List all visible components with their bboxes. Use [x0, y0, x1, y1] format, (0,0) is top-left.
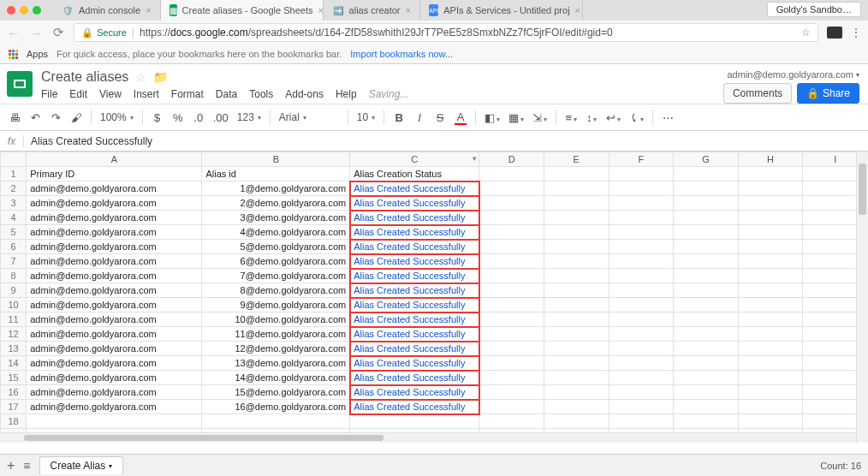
cell[interactable] [609, 356, 674, 371]
percent-icon[interactable]: % [172, 111, 184, 124]
cell[interactable] [479, 196, 544, 211]
menu-tools[interactable]: Tools [249, 88, 273, 100]
cell[interactable] [544, 196, 609, 211]
cell[interactable]: admin@demo.goldyarora.com [27, 269, 202, 283]
cell[interactable] [674, 385, 739, 400]
cell[interactable] [738, 167, 803, 181]
cell[interactable]: admin@demo.goldyarora.com [27, 400, 202, 414]
cell-status[interactable]: Alias Created Successfully [350, 225, 479, 240]
share-button[interactable]: 🔒Share [797, 83, 859, 104]
cell[interactable] [609, 254, 674, 269]
cell[interactable] [674, 211, 739, 225]
currency-icon[interactable]: $ [152, 111, 163, 124]
row-number[interactable]: 11 [1, 312, 27, 327]
cell[interactable] [609, 211, 674, 225]
undo-icon[interactable]: ↶ [29, 111, 41, 124]
row-number[interactable]: 12 [1, 327, 27, 342]
star-doc-icon[interactable]: ☆ [135, 70, 146, 84]
cell[interactable] [479, 211, 544, 225]
cell[interactable]: 3@demo.goldyarora.com [202, 211, 350, 225]
cell[interactable]: 10@demo.goldyarora.com [202, 312, 350, 327]
menu-insert[interactable]: Insert [134, 88, 159, 100]
cell[interactable] [479, 181, 544, 196]
cell[interactable] [674, 225, 739, 240]
cell[interactable]: 6@demo.goldyarora.com [202, 254, 350, 269]
cell[interactable] [544, 312, 609, 327]
cell[interactable] [544, 240, 609, 254]
cell[interactable] [674, 269, 739, 283]
browser-tab[interactable]: ➡️alias creator× [324, 0, 420, 21]
cell[interactable]: 2@demo.goldyarora.com [202, 196, 350, 211]
cell[interactable] [674, 356, 739, 371]
cell[interactable] [544, 181, 609, 196]
cell[interactable] [738, 327, 803, 342]
extension-icon[interactable] [827, 27, 842, 39]
row-number[interactable]: 8 [1, 269, 27, 283]
borders-icon[interactable]: ▦ [508, 111, 524, 124]
print-icon[interactable]: 🖶 [9, 111, 21, 124]
text-color-icon[interactable]: A [455, 110, 467, 125]
cell[interactable] [738, 240, 803, 254]
cell[interactable] [609, 414, 674, 429]
cell[interactable]: admin@demo.goldyarora.com [27, 181, 202, 196]
fill-color-icon[interactable]: ◧ [485, 111, 500, 124]
cell-status[interactable]: Alias Created Successfully [350, 196, 479, 211]
decrease-decimal-icon[interactable]: .0 [193, 111, 205, 124]
cell-status[interactable]: Alias Created Successfully [350, 283, 479, 298]
cell[interactable]: 8@demo.goldyarora.com [202, 283, 350, 298]
column-header-G[interactable]: G [674, 152, 739, 167]
cell[interactable] [738, 371, 803, 385]
cell[interactable] [544, 414, 609, 429]
cell[interactable] [544, 269, 609, 283]
cell[interactable]: Alias Creation Status [350, 167, 479, 181]
cell[interactable] [609, 400, 674, 414]
cell[interactable] [609, 385, 674, 400]
address-bar[interactable]: 🔒 Secure | https://docs.google.com/sprea… [74, 23, 818, 42]
cell[interactable]: 16@demo.goldyarora.com [202, 400, 350, 414]
cell[interactable] [479, 385, 544, 400]
cell[interactable]: admin@demo.goldyarora.com [27, 225, 202, 240]
cell[interactable] [544, 225, 609, 240]
cell[interactable] [674, 327, 739, 342]
cell[interactable] [609, 298, 674, 312]
cell[interactable] [738, 356, 803, 371]
row-number[interactable]: 14 [1, 356, 27, 371]
menu-add-ons[interactable]: Add-ons [285, 88, 324, 100]
cell[interactable] [544, 254, 609, 269]
cell[interactable]: Alias id [202, 167, 350, 181]
row-number[interactable]: 4 [1, 211, 27, 225]
import-bookmarks-link[interactable]: Import bookmarks now... [350, 49, 453, 59]
cell[interactable] [544, 356, 609, 371]
cell[interactable] [479, 414, 544, 429]
cell[interactable] [202, 414, 350, 429]
redo-icon[interactable]: ↷ [50, 111, 62, 124]
cell-status[interactable]: Alias Created Successfully [350, 240, 479, 254]
cell[interactable]: 1@demo.goldyarora.com [202, 181, 350, 196]
cell-status[interactable]: Alias Created Successfully [350, 356, 479, 371]
sheet-tab[interactable]: Create Alias▾ [39, 456, 124, 474]
row-number[interactable]: 5 [1, 225, 27, 240]
forward-icon[interactable]: → [29, 26, 43, 40]
minimize-window-icon[interactable] [20, 6, 28, 15]
cell-status[interactable]: Alias Created Successfully [350, 371, 479, 385]
row-number[interactable]: 6 [1, 240, 27, 254]
cell-status[interactable]: Alias Created Successfully [350, 298, 479, 312]
cell[interactable] [674, 254, 739, 269]
cell[interactable]: 4@demo.goldyarora.com [202, 225, 350, 240]
rotate-icon[interactable]: ⤹ [629, 111, 644, 124]
row-number[interactable]: 17 [1, 400, 27, 414]
cell[interactable] [544, 342, 609, 356]
menu-help[interactable]: Help [336, 88, 357, 100]
row-number[interactable]: 1 [1, 167, 27, 181]
close-tab-icon[interactable]: × [146, 5, 151, 15]
v-align-icon[interactable]: ↕ [586, 111, 597, 124]
cell[interactable] [609, 283, 674, 298]
cell-status[interactable]: Alias Created Successfully [350, 400, 479, 414]
cell[interactable]: admin@demo.goldyarora.com [27, 283, 202, 298]
cell[interactable] [544, 385, 609, 400]
comments-button[interactable]: Comments [723, 83, 792, 104]
cell[interactable]: admin@demo.goldyarora.com [27, 371, 202, 385]
cell[interactable] [674, 167, 739, 181]
cell[interactable] [609, 196, 674, 211]
cell[interactable] [738, 211, 803, 225]
